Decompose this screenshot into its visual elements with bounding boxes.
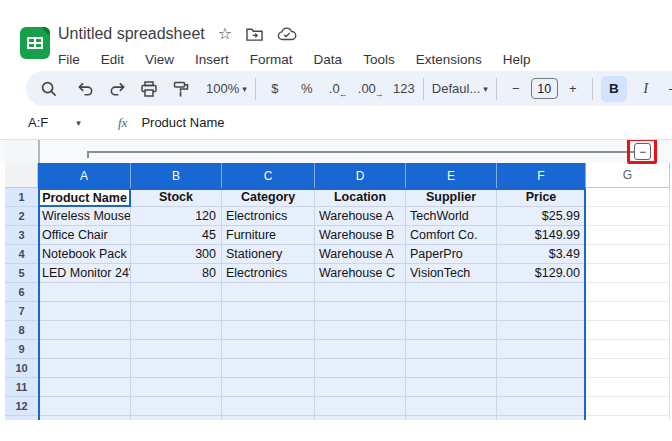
- format-currency-button[interactable]: $: [264, 76, 286, 102]
- cell-G9[interactable]: [586, 340, 670, 359]
- decrease-decimal-button[interactable]: .0←: [328, 76, 350, 102]
- cell-A4[interactable]: Notebook Pack: [38, 245, 131, 264]
- font-size-input[interactable]: 10: [531, 76, 558, 102]
- cell-A12[interactable]: [38, 397, 131, 416]
- cell-E8[interactable]: [406, 321, 497, 340]
- cell-F7[interactable]: [497, 302, 586, 321]
- bold-button[interactable]: B: [601, 76, 627, 102]
- cell-F4[interactable]: $3.49: [497, 245, 586, 264]
- cell-C6[interactable]: [222, 283, 315, 302]
- cell-G2[interactable]: [586, 207, 670, 226]
- move-to-folder-icon[interactable]: [245, 26, 264, 42]
- menu-insert[interactable]: Insert: [195, 52, 229, 67]
- collapse-group-button[interactable]: −: [634, 143, 651, 160]
- cell-C7[interactable]: [222, 302, 315, 321]
- format-percent-button[interactable]: %: [296, 76, 318, 102]
- column-header-C[interactable]: C: [222, 163, 315, 188]
- column-header-E[interactable]: E: [406, 163, 497, 188]
- name-box[interactable]: A:F ▾: [0, 115, 96, 130]
- cell-G12[interactable]: [586, 397, 670, 416]
- cell-E13[interactable]: [406, 416, 497, 420]
- cell-C9[interactable]: [222, 340, 315, 359]
- row-header-1[interactable]: 1: [5, 188, 38, 207]
- cell-D13[interactable]: [315, 416, 406, 420]
- cell-F2[interactable]: $25.99: [497, 207, 586, 226]
- row-header-3[interactable]: 3: [5, 226, 38, 245]
- cell-C12[interactable]: [222, 397, 315, 416]
- menu-extensions[interactable]: Extensions: [416, 52, 482, 67]
- search-icon[interactable]: [38, 76, 60, 102]
- cell-E9[interactable]: [406, 340, 497, 359]
- cell-B9[interactable]: [131, 340, 222, 359]
- cell-B11[interactable]: [131, 378, 222, 397]
- cell-G7[interactable]: [586, 302, 670, 321]
- cell-E1[interactable]: Supplier: [406, 188, 497, 207]
- cell-D10[interactable]: [315, 359, 406, 378]
- cell-E2[interactable]: TechWorld: [406, 207, 497, 226]
- cell-G5[interactable]: [586, 264, 670, 283]
- cell-F3[interactable]: $149.99: [497, 226, 586, 245]
- cell-F13[interactable]: [497, 416, 586, 420]
- cell-A11[interactable]: [38, 378, 131, 397]
- row-header-13[interactable]: [5, 416, 38, 420]
- cell-F11[interactable]: [497, 378, 586, 397]
- column-header-A[interactable]: A: [38, 163, 131, 188]
- undo-icon[interactable]: [74, 76, 96, 102]
- print-icon[interactable]: [138, 76, 160, 102]
- menu-help[interactable]: Help: [503, 52, 531, 67]
- star-icon[interactable]: ☆: [218, 26, 232, 42]
- cell-A6[interactable]: [38, 283, 131, 302]
- cell-B5[interactable]: 80: [131, 264, 222, 283]
- formula-input[interactable]: Product Name: [141, 115, 224, 130]
- cell-A8[interactable]: [38, 321, 131, 340]
- cell-C11[interactable]: [222, 378, 315, 397]
- cell-D9[interactable]: [315, 340, 406, 359]
- strikethrough-button[interactable]: S: [667, 76, 672, 102]
- cell-D11[interactable]: [315, 378, 406, 397]
- cell-E6[interactable]: [406, 283, 497, 302]
- row-header-6[interactable]: 6: [5, 283, 38, 302]
- number-format-button[interactable]: 123: [393, 76, 415, 102]
- cell-A1[interactable]: Product Name: [38, 188, 131, 207]
- cell-B8[interactable]: [131, 321, 222, 340]
- cell-E5[interactable]: VisionTech: [406, 264, 497, 283]
- select-all-corner[interactable]: [5, 163, 38, 188]
- cell-E7[interactable]: [406, 302, 497, 321]
- cell-E11[interactable]: [406, 378, 497, 397]
- cell-C2[interactable]: Electronics: [222, 207, 315, 226]
- cell-A3[interactable]: Office Chair: [38, 226, 131, 245]
- menu-data[interactable]: Data: [314, 52, 343, 67]
- cell-G13[interactable]: [586, 416, 670, 420]
- increase-decimal-button[interactable]: .00→: [358, 76, 385, 102]
- cell-F12[interactable]: [497, 397, 586, 416]
- row-header-7[interactable]: 7: [5, 302, 38, 321]
- document-title[interactable]: Untitled spreadsheet: [58, 25, 205, 43]
- column-header-F[interactable]: F: [497, 163, 586, 188]
- increase-font-size-button[interactable]: +: [562, 76, 584, 102]
- cell-D2[interactable]: Warehouse A: [315, 207, 406, 226]
- cell-D4[interactable]: Warehouse A: [315, 245, 406, 264]
- cell-F8[interactable]: [497, 321, 586, 340]
- row-header-10[interactable]: 10: [5, 359, 38, 378]
- cell-G6[interactable]: [586, 283, 670, 302]
- cell-F6[interactable]: [497, 283, 586, 302]
- cell-A5[interactable]: LED Monitor 24": [38, 264, 131, 283]
- cell-C8[interactable]: [222, 321, 315, 340]
- sheets-logo-icon[interactable]: [20, 27, 50, 59]
- cell-A9[interactable]: [38, 340, 131, 359]
- cell-C5[interactable]: Electronics: [222, 264, 315, 283]
- cell-D1[interactable]: Location: [315, 188, 406, 207]
- cell-F1[interactable]: Price: [497, 188, 586, 207]
- cell-C13[interactable]: [222, 416, 315, 420]
- paint-format-icon[interactable]: [170, 76, 192, 102]
- column-header-B[interactable]: B: [131, 163, 222, 188]
- row-header-9[interactable]: 9: [5, 340, 38, 359]
- cell-D3[interactable]: Warehouse B: [315, 226, 406, 245]
- cell-D7[interactable]: [315, 302, 406, 321]
- cell-A10[interactable]: [38, 359, 131, 378]
- cell-B3[interactable]: 45: [131, 226, 222, 245]
- menu-format[interactable]: Format: [250, 52, 293, 67]
- cell-B12[interactable]: [131, 397, 222, 416]
- cell-F9[interactable]: [497, 340, 586, 359]
- cell-G4[interactable]: [586, 245, 670, 264]
